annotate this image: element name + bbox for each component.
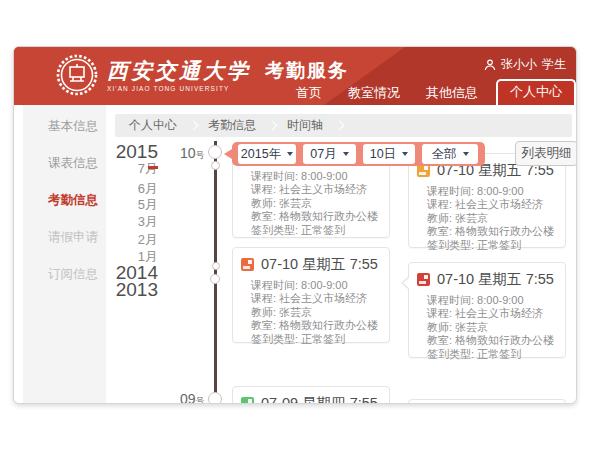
university-logo-icon bbox=[56, 54, 98, 96]
chevron-right-icon bbox=[335, 121, 345, 131]
breadcrumb-personal-center[interactable]: 个人中心 bbox=[129, 117, 177, 134]
user-icon bbox=[484, 59, 496, 71]
card-field-row: 教师: 张芸京 bbox=[427, 212, 561, 225]
university-name-en: XI'AN JIAO TONG UNIVERSITY bbox=[107, 85, 251, 92]
user-info[interactable]: 张小小 学生 bbox=[484, 56, 566, 73]
caret-down-icon bbox=[343, 152, 349, 156]
card-field-row: 教师: 张芸京 bbox=[251, 197, 385, 210]
attendance-card: 07-10 星期五 7:55 课程时间: 8:00-9:00课程: 社会主义市场… bbox=[408, 262, 566, 358]
university-name-zh: 西安交通大学 bbox=[107, 59, 251, 83]
chevron-right-icon bbox=[189, 121, 199, 131]
date-filter-bar: 2015年 07月 10日 全部 bbox=[232, 142, 485, 166]
timeline-node-dot bbox=[208, 392, 222, 404]
timeline-axis bbox=[214, 141, 217, 404]
timeline-node-dot bbox=[208, 145, 222, 159]
year-dropdown[interactable]: 2015年 bbox=[238, 144, 296, 164]
university-name-block: 西安交通大学 XI'AN JIAO TONG UNIVERSITY bbox=[107, 59, 251, 92]
attendance-card-partial bbox=[408, 399, 566, 404]
attendance-card: 07-10 星期五 7:55 课程时间: 8:00-9:00课程: 社会主义市场… bbox=[408, 153, 566, 248]
card-field-row: 课程时间: 8:00-9:00 bbox=[251, 279, 385, 292]
month-dropdown-value: 07月 bbox=[310, 146, 336, 163]
timeline-month-7[interactable]: 7月 bbox=[61, 160, 158, 178]
card-field-row: 签到类型: 正常签到 bbox=[427, 348, 561, 361]
nav-item-other-info[interactable]: 其他信息 bbox=[413, 81, 491, 105]
card-title: 07-10 星期五 7:55 bbox=[261, 255, 378, 274]
card-header: 07-10 星期五 7:55 bbox=[233, 248, 389, 274]
card-field-row: 课程: 社会主义市场经济 bbox=[427, 307, 561, 320]
breadcrumb-timeline[interactable]: 时间轴 bbox=[287, 117, 323, 134]
attendance-card: 07-10 星期五 7:55 课程时间: 8:00-9:00课程: 社会主义市场… bbox=[232, 247, 390, 343]
card-field-row: 课程: 社会主义市场经济 bbox=[251, 183, 385, 196]
breadcrumb: 个人中心 考勤信息 时间轴 bbox=[115, 114, 572, 137]
card-title: 07-10 星期五 7:55 bbox=[437, 270, 554, 289]
caret-down-icon bbox=[402, 152, 408, 156]
attendance-status-icon bbox=[241, 397, 254, 404]
timeline-year-2013[interactable]: 2013 bbox=[61, 279, 158, 301]
caret-down-icon bbox=[463, 152, 469, 156]
card-fields: 课程时间: 8:00-9:00课程: 社会主义市场经济教师: 张芸京教室: 格物… bbox=[233, 157, 389, 237]
card-field-row: 签到类型: 正常签到 bbox=[427, 239, 561, 252]
card-field-row: 课程时间: 8:00-9:00 bbox=[427, 294, 561, 307]
timeline-month-2[interactable]: 2月 bbox=[61, 231, 158, 249]
day-unit: 号 bbox=[196, 396, 205, 404]
sidebar-item-basic-info[interactable]: 基本信息 bbox=[23, 108, 106, 145]
card-field-row: 课程: 社会主义市场经济 bbox=[427, 198, 561, 211]
list-detail-button[interactable]: 列表明细 bbox=[515, 141, 577, 166]
type-dropdown[interactable]: 全部 bbox=[422, 144, 478, 164]
card-field-row: 教室: 格物致知行政办公楼 bbox=[251, 210, 385, 223]
day-dropdown[interactable]: 10日 bbox=[363, 144, 415, 164]
card-field-row: 签到类型: 正常签到 bbox=[251, 333, 385, 346]
day-number: 10 bbox=[180, 145, 196, 161]
day-unit: 号 bbox=[196, 150, 205, 160]
timeline-node-dot bbox=[212, 262, 220, 270]
card-fields: 课程时间: 8:00-9:00课程: 社会主义市场经济教师: 张芸京教室: 格物… bbox=[233, 274, 389, 346]
current-month-marker bbox=[148, 166, 158, 169]
nav-item-classrooms[interactable]: 教室情况 bbox=[335, 81, 413, 105]
card-field-row: 课程时间: 8:00-9:00 bbox=[427, 185, 561, 198]
user-name: 张小小 bbox=[501, 56, 537, 73]
card-field-row: 签到类型: 正常签到 bbox=[251, 224, 385, 237]
attendance-status-icon bbox=[417, 273, 430, 286]
top-nav: 首页 教室情况 其他信息 个人中心 bbox=[283, 79, 576, 105]
card-field-row: 教师: 张芸京 bbox=[427, 321, 561, 334]
card-header: 07-09 星期四 7:55 bbox=[233, 387, 389, 404]
card-fields: 课程时间: 8:00-9:00课程: 社会主义市场经济教师: 张芸京教室: 格物… bbox=[409, 289, 565, 361]
card-field-row: 教室: 格物致知行政办公楼 bbox=[251, 319, 385, 332]
nav-item-home[interactable]: 首页 bbox=[283, 81, 335, 105]
attendance-card: 07-09 星期四 7:55 bbox=[232, 386, 390, 404]
page: 西安交通大学 XI'AN JIAO TONG UNIVERSITY 考勤服务 张… bbox=[0, 0, 600, 450]
card-header: 07-10 星期五 7:55 bbox=[409, 263, 565, 289]
card-fields: 课程时间: 8:00-9:00课程: 社会主义市场经济教师: 张芸京教室: 格物… bbox=[409, 180, 565, 252]
card-field-row: 教室: 格物致知行政办公楼 bbox=[427, 334, 561, 347]
attendance-status-icon bbox=[241, 258, 254, 271]
attendance-card: 课程时间: 8:00-9:00课程: 社会主义市场经济教师: 张芸京教室: 格物… bbox=[232, 156, 390, 238]
timeline-node-dot bbox=[211, 161, 220, 170]
card-title: 07-09 星期四 7:55 bbox=[261, 394, 378, 404]
day-number: 09 bbox=[180, 391, 196, 404]
app-window: 西安交通大学 XI'AN JIAO TONG UNIVERSITY 考勤服务 张… bbox=[13, 46, 577, 404]
type-dropdown-value: 全部 bbox=[432, 146, 457, 163]
caret-down-icon bbox=[287, 152, 293, 156]
card-field-row: 教师: 张芸京 bbox=[251, 306, 385, 319]
year-dropdown-value: 2015年 bbox=[241, 146, 281, 163]
app-header: 西安交通大学 XI'AN JIAO TONG UNIVERSITY 考勤服务 张… bbox=[14, 47, 577, 105]
card-field-row: 课程: 社会主义市场经济 bbox=[251, 292, 385, 305]
timeline-node-dot bbox=[210, 274, 220, 284]
breadcrumb-attendance-info[interactable]: 考勤信息 bbox=[208, 117, 256, 134]
card-field-row: 教室: 格物致知行政办公楼 bbox=[427, 225, 561, 238]
chevron-right-icon bbox=[268, 121, 278, 131]
month-dropdown[interactable]: 07月 bbox=[303, 144, 356, 164]
timeline-month-3[interactable]: 3月 bbox=[61, 213, 158, 231]
card-field-row: 课程时间: 8:00-9:00 bbox=[251, 170, 385, 183]
timeline-month-5[interactable]: 5月 bbox=[61, 196, 158, 214]
user-role: 学生 bbox=[542, 56, 566, 73]
nav-item-personal-center[interactable]: 个人中心 bbox=[496, 79, 576, 105]
day-dropdown-value: 10日 bbox=[370, 146, 396, 163]
